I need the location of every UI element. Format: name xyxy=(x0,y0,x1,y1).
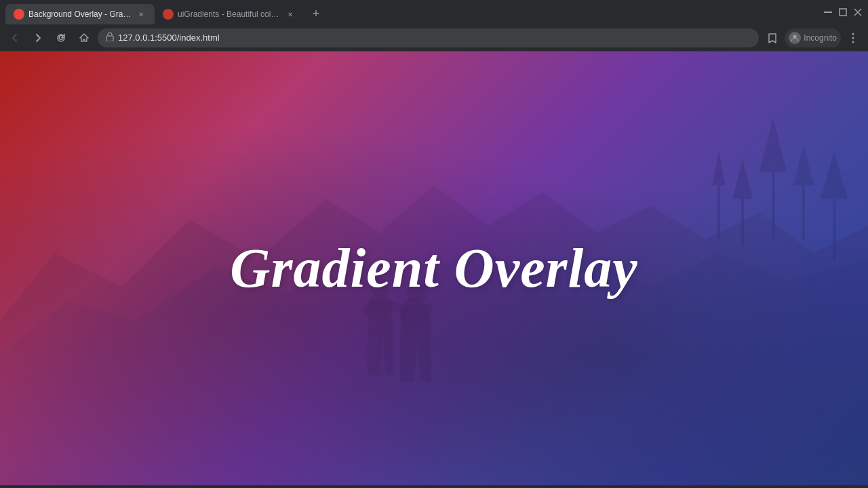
url-text: 127.0.0.1:5500/index.html xyxy=(118,33,751,43)
maximize-button[interactable] xyxy=(838,7,848,17)
page-content: Gradient Overlay xyxy=(0,52,868,485)
address-bar[interactable]: 127.0.0.1:5500/index.html xyxy=(98,28,759,47)
page-heading: Gradient Overlay xyxy=(230,237,637,300)
bookmark-button[interactable] xyxy=(763,28,782,47)
menu-button[interactable] xyxy=(844,28,863,47)
window-controls xyxy=(823,7,863,17)
profile-avatar xyxy=(789,32,801,44)
svg-point-0 xyxy=(16,11,22,18)
tabs-area: Background Overlay - Gradient ✕ uiGradie… xyxy=(5,0,818,24)
svg-rect-2 xyxy=(840,9,846,16)
svg-rect-5 xyxy=(106,36,113,41)
tab-1[interactable]: Background Overlay - Gradient ✕ xyxy=(5,4,155,24)
title-bar: Background Overlay - Gradient ✕ uiGradie… xyxy=(0,0,868,24)
minimize-button[interactable] xyxy=(823,7,833,17)
svg-point-7 xyxy=(852,33,854,35)
tab-1-title: Background Overlay - Gradient xyxy=(28,9,132,19)
toolbar-actions: Incognito xyxy=(763,28,863,47)
close-button[interactable] xyxy=(853,7,863,17)
title-overlay: Gradient Overlay xyxy=(0,52,868,485)
svg-point-9 xyxy=(852,41,854,43)
profile-button[interactable]: Incognito xyxy=(785,28,841,47)
svg-rect-1 xyxy=(824,12,832,13)
tab-2-close[interactable]: ✕ xyxy=(285,9,296,20)
tab-1-favicon xyxy=(14,9,24,20)
forward-button[interactable] xyxy=(28,28,47,47)
bottom-strip xyxy=(0,485,868,488)
browser-window: Background Overlay - Gradient ✕ uiGradie… xyxy=(0,0,868,488)
tab-2-favicon xyxy=(163,9,174,20)
svg-point-8 xyxy=(852,37,854,39)
back-button[interactable] xyxy=(5,28,24,47)
lock-icon xyxy=(106,32,114,43)
home-button[interactable] xyxy=(75,28,94,47)
toolbar: 127.0.0.1:5500/index.html Incognito xyxy=(0,24,868,52)
tab-1-close[interactable]: ✕ xyxy=(136,9,146,20)
profile-label: Incognito xyxy=(804,33,837,43)
tab-2-title: uiGradients - Beautiful colored g... xyxy=(178,9,281,19)
tab-2[interactable]: uiGradients - Beautiful colored g... ✕ xyxy=(155,4,304,24)
new-tab-button[interactable]: + xyxy=(307,4,326,23)
reload-button[interactable] xyxy=(52,28,71,47)
